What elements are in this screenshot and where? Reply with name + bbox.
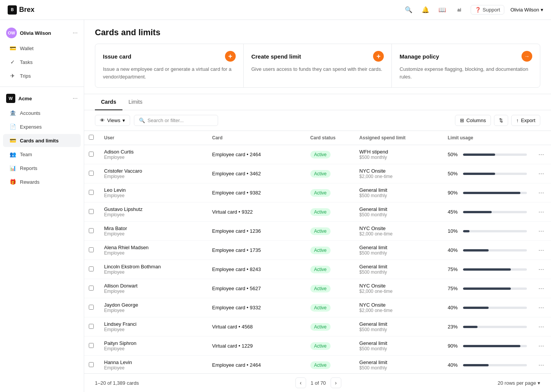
notifications-icon[interactable]: 🔔: [420, 5, 431, 15]
row-checkbox[interactable]: [89, 362, 94, 367]
search-icon[interactable]: 🔍: [403, 5, 414, 15]
row-checkbox-cell[interactable]: [84, 145, 99, 164]
filter-button[interactable]: ⇅: [494, 115, 508, 126]
manage-policy-button[interactable]: →: [522, 51, 532, 62]
usage-cell: 75%: [443, 279, 531, 298]
row-more-button[interactable]: ···: [536, 283, 546, 294]
rows-per-page-selector[interactable]: 20 rows per page ▾: [498, 380, 540, 386]
select-all-header[interactable]: [84, 131, 99, 145]
row-checkbox[interactable]: [89, 343, 94, 348]
row-more-button[interactable]: ···: [536, 302, 546, 313]
limit-name: General limit: [359, 187, 439, 193]
user-name: Lindsey Franci: [104, 321, 203, 327]
row-checkbox[interactable]: [89, 305, 94, 310]
table-row: Adison Curtis Employee Employee card • 2…: [84, 145, 551, 164]
row-checkbox[interactable]: [89, 228, 94, 233]
tab-cards[interactable]: Cards: [95, 94, 122, 110]
user-role: Employee: [104, 250, 203, 256]
sidebar-item-accounts[interactable]: 🏦 Accounts: [3, 106, 81, 119]
issue-card-desc: Issue a new employee card or generate a …: [103, 65, 236, 80]
row-checkbox-cell[interactable]: [84, 317, 99, 336]
card-status-column-header: Card status: [306, 131, 355, 145]
user-more-icon[interactable]: ···: [73, 29, 78, 36]
prev-page-button[interactable]: ‹: [295, 377, 306, 388]
row-checkbox-cell[interactable]: [84, 260, 99, 279]
row-checkbox-cell[interactable]: [84, 183, 99, 203]
limit-name: NYC Onsite: [359, 302, 439, 308]
limit-cell: General limit $500 monthly: [355, 356, 443, 374]
row-more-button[interactable]: ···: [536, 168, 546, 179]
select-all-checkbox[interactable]: [89, 135, 94, 140]
book-icon[interactable]: 📖: [437, 5, 448, 15]
progress-bar-background: [463, 326, 527, 328]
usage-cell: 10%: [443, 222, 531, 241]
row-checkbox[interactable]: [89, 247, 94, 252]
table-row: Paityn Siphron Employee Virtual card • 1…: [84, 336, 551, 356]
user-name: Adison Curtis: [104, 149, 203, 155]
status-badge: Active: [310, 304, 331, 312]
row-checkbox-cell[interactable]: [84, 356, 99, 374]
sidebar-item-wallet[interactable]: 💳 Wallet: [3, 42, 81, 55]
usage-percentage: 40%: [448, 362, 460, 368]
issue-card-button[interactable]: +: [225, 51, 236, 62]
topnav-left: B Brex: [8, 5, 34, 15]
search-filter-input[interactable]: 🔍 Search or filter...: [134, 115, 218, 126]
sidebar-item-reports[interactable]: 📊 Reports: [3, 162, 81, 175]
logo[interactable]: B Brex: [8, 5, 34, 15]
columns-button[interactable]: ⊞ Columns: [455, 115, 491, 126]
row-more-button[interactable]: ···: [536, 264, 546, 274]
row-checkbox[interactable]: [89, 266, 94, 271]
user-cell: Leo Levin Employee: [99, 183, 207, 203]
sidebar-item-team[interactable]: 👥 Team: [3, 148, 81, 161]
row-checkbox-cell[interactable]: [84, 279, 99, 298]
row-more-button[interactable]: ···: [536, 245, 546, 255]
export-icon: ↑: [516, 118, 519, 123]
row-checkbox-cell[interactable]: [84, 164, 99, 183]
team-icon: 👥: [9, 151, 16, 158]
card-column-header: Card: [207, 131, 306, 145]
progress-bar-fill: [463, 154, 495, 156]
top-nav: B Brex 🔍 🔔 📖 ai ❓ Support Olivia Wilson …: [0, 0, 551, 20]
row-checkbox-cell[interactable]: [84, 222, 99, 241]
views-button[interactable]: 👁 Views ▾: [95, 115, 130, 126]
user-menu[interactable]: Olivia Wilson ▾: [510, 7, 543, 13]
row-more-button[interactable]: ···: [536, 321, 546, 332]
row-checkbox[interactable]: [89, 171, 94, 176]
row-more-button[interactable]: ···: [536, 340, 546, 351]
sidebar-user[interactable]: OW Olivia Wilson ···: [0, 24, 84, 41]
filter-icon: ⇅: [499, 118, 503, 123]
ai-icon[interactable]: ai: [454, 5, 465, 15]
row-checkbox-cell[interactable]: [84, 203, 99, 222]
sidebar-item-rewards[interactable]: 🎁 Rewards: [3, 175, 81, 188]
usage-row: 40%: [448, 247, 527, 253]
sidebar-item-expenses[interactable]: 📄 Expenses: [3, 120, 81, 133]
row-checkbox[interactable]: [89, 152, 94, 157]
row-checkbox-cell[interactable]: [84, 241, 99, 260]
row-checkbox[interactable]: [89, 190, 94, 195]
create-spend-limit-button[interactable]: +: [373, 51, 384, 62]
row-more-button[interactable]: ···: [536, 359, 546, 370]
sidebar-item-tasks[interactable]: ✓ Tasks: [3, 56, 81, 69]
row-checkbox[interactable]: [89, 209, 94, 214]
row-actions-cell: ···: [531, 145, 551, 164]
row-actions-cell: ···: [531, 203, 551, 222]
tab-limits[interactable]: Limits: [122, 94, 149, 110]
org-more-icon[interactable]: ···: [73, 95, 78, 102]
row-more-button[interactable]: ···: [536, 206, 546, 217]
row-checkbox-cell[interactable]: [84, 336, 99, 356]
support-button[interactable]: ❓ Support: [471, 5, 504, 15]
row-more-button[interactable]: ···: [536, 225, 546, 236]
row-checkbox[interactable]: [89, 324, 94, 329]
status-badge: Active: [310, 189, 331, 197]
support-label: Support: [483, 7, 500, 13]
sidebar-item-cards[interactable]: 💳 Cards and limits: [3, 134, 81, 147]
row-checkbox[interactable]: [89, 286, 94, 291]
sidebar-item-trips[interactable]: ✈ Trips: [3, 69, 81, 82]
export-button[interactable]: ↑ Export: [511, 115, 540, 126]
next-page-button[interactable]: ›: [331, 377, 341, 388]
card-cell: Employee card • 2464: [207, 356, 306, 374]
row-more-button[interactable]: ···: [536, 149, 546, 160]
row-more-button[interactable]: ···: [536, 187, 546, 198]
user-role: Employee: [104, 365, 203, 371]
row-checkbox-cell[interactable]: [84, 298, 99, 317]
